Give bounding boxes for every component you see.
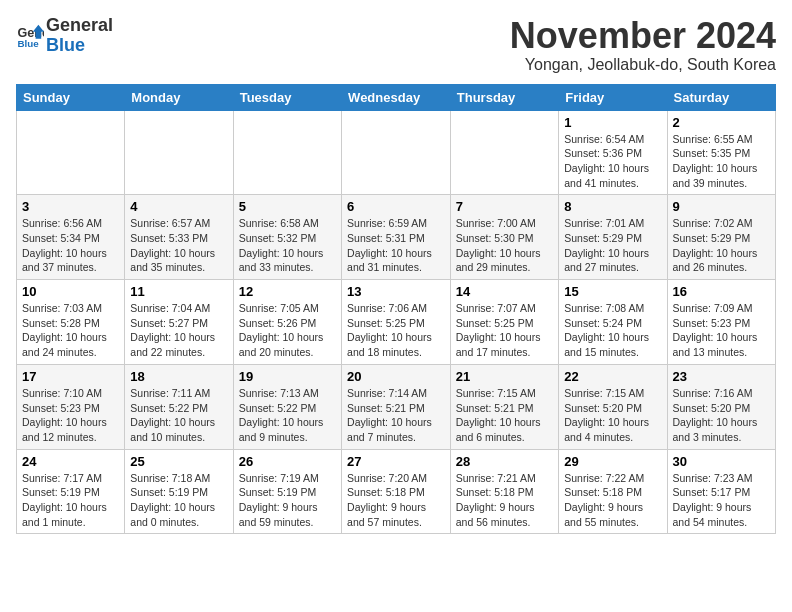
calendar-cell: 22Sunrise: 7:15 AM Sunset: 5:20 PM Dayli… [559, 364, 667, 449]
day-info: Sunrise: 7:05 AM Sunset: 5:26 PM Dayligh… [239, 301, 336, 360]
day-number: 29 [564, 454, 661, 469]
calendar-cell: 9Sunrise: 7:02 AM Sunset: 5:29 PM Daylig… [667, 195, 776, 280]
day-number: 17 [22, 369, 119, 384]
calendar-cell [17, 110, 125, 195]
logo: General Blue General Blue [16, 16, 113, 56]
day-number: 4 [130, 199, 227, 214]
day-number: 5 [239, 199, 336, 214]
day-number: 30 [673, 454, 771, 469]
month-title: November 2024 [510, 16, 776, 56]
calendar-cell: 23Sunrise: 7:16 AM Sunset: 5:20 PM Dayli… [667, 364, 776, 449]
day-info: Sunrise: 7:03 AM Sunset: 5:28 PM Dayligh… [22, 301, 119, 360]
title-area: November 2024 Yongan, Jeollabuk-do, Sout… [510, 16, 776, 74]
calendar-cell [233, 110, 341, 195]
day-info: Sunrise: 6:54 AM Sunset: 5:36 PM Dayligh… [564, 132, 661, 191]
day-info: Sunrise: 7:04 AM Sunset: 5:27 PM Dayligh… [130, 301, 227, 360]
day-info: Sunrise: 7:01 AM Sunset: 5:29 PM Dayligh… [564, 216, 661, 275]
day-number: 21 [456, 369, 553, 384]
calendar-cell: 29Sunrise: 7:22 AM Sunset: 5:18 PM Dayli… [559, 449, 667, 534]
day-number: 16 [673, 284, 771, 299]
calendar-header-row: SundayMondayTuesdayWednesdayThursdayFrid… [17, 84, 776, 110]
calendar-cell: 28Sunrise: 7:21 AM Sunset: 5:18 PM Dayli… [450, 449, 558, 534]
day-info: Sunrise: 7:20 AM Sunset: 5:18 PM Dayligh… [347, 471, 445, 530]
day-info: Sunrise: 7:15 AM Sunset: 5:20 PM Dayligh… [564, 386, 661, 445]
calendar-cell: 25Sunrise: 7:18 AM Sunset: 5:19 PM Dayli… [125, 449, 233, 534]
day-info: Sunrise: 7:09 AM Sunset: 5:23 PM Dayligh… [673, 301, 771, 360]
day-info: Sunrise: 7:06 AM Sunset: 5:25 PM Dayligh… [347, 301, 445, 360]
day-number: 13 [347, 284, 445, 299]
calendar-week-row: 10Sunrise: 7:03 AM Sunset: 5:28 PM Dayli… [17, 280, 776, 365]
day-number: 26 [239, 454, 336, 469]
day-info: Sunrise: 6:56 AM Sunset: 5:34 PM Dayligh… [22, 216, 119, 275]
day-info: Sunrise: 7:23 AM Sunset: 5:17 PM Dayligh… [673, 471, 771, 530]
weekday-header: Friday [559, 84, 667, 110]
calendar-cell: 10Sunrise: 7:03 AM Sunset: 5:28 PM Dayli… [17, 280, 125, 365]
weekday-header: Monday [125, 84, 233, 110]
calendar-cell: 5Sunrise: 6:58 AM Sunset: 5:32 PM Daylig… [233, 195, 341, 280]
day-info: Sunrise: 7:15 AM Sunset: 5:21 PM Dayligh… [456, 386, 553, 445]
day-number: 10 [22, 284, 119, 299]
day-info: Sunrise: 7:02 AM Sunset: 5:29 PM Dayligh… [673, 216, 771, 275]
day-number: 18 [130, 369, 227, 384]
calendar-cell: 30Sunrise: 7:23 AM Sunset: 5:17 PM Dayli… [667, 449, 776, 534]
day-number: 6 [347, 199, 445, 214]
calendar-cell: 16Sunrise: 7:09 AM Sunset: 5:23 PM Dayli… [667, 280, 776, 365]
calendar-cell: 12Sunrise: 7:05 AM Sunset: 5:26 PM Dayli… [233, 280, 341, 365]
day-info: Sunrise: 6:59 AM Sunset: 5:31 PM Dayligh… [347, 216, 445, 275]
calendar-cell [125, 110, 233, 195]
day-info: Sunrise: 7:08 AM Sunset: 5:24 PM Dayligh… [564, 301, 661, 360]
day-number: 2 [673, 115, 771, 130]
day-number: 14 [456, 284, 553, 299]
calendar-week-row: 17Sunrise: 7:10 AM Sunset: 5:23 PM Dayli… [17, 364, 776, 449]
day-info: Sunrise: 7:22 AM Sunset: 5:18 PM Dayligh… [564, 471, 661, 530]
day-number: 27 [347, 454, 445, 469]
day-number: 28 [456, 454, 553, 469]
logo-icon: General Blue [16, 22, 44, 50]
day-info: Sunrise: 6:55 AM Sunset: 5:35 PM Dayligh… [673, 132, 771, 191]
calendar-cell: 21Sunrise: 7:15 AM Sunset: 5:21 PM Dayli… [450, 364, 558, 449]
weekday-header: Sunday [17, 84, 125, 110]
day-number: 23 [673, 369, 771, 384]
weekday-header: Thursday [450, 84, 558, 110]
calendar-cell: 1Sunrise: 6:54 AM Sunset: 5:36 PM Daylig… [559, 110, 667, 195]
day-number: 8 [564, 199, 661, 214]
day-number: 7 [456, 199, 553, 214]
day-info: Sunrise: 7:13 AM Sunset: 5:22 PM Dayligh… [239, 386, 336, 445]
calendar-cell: 6Sunrise: 6:59 AM Sunset: 5:31 PM Daylig… [342, 195, 451, 280]
day-number: 19 [239, 369, 336, 384]
svg-text:Blue: Blue [17, 38, 39, 49]
calendar-cell: 19Sunrise: 7:13 AM Sunset: 5:22 PM Dayli… [233, 364, 341, 449]
calendar-cell: 2Sunrise: 6:55 AM Sunset: 5:35 PM Daylig… [667, 110, 776, 195]
calendar-cell: 20Sunrise: 7:14 AM Sunset: 5:21 PM Dayli… [342, 364, 451, 449]
day-number: 25 [130, 454, 227, 469]
day-info: Sunrise: 7:10 AM Sunset: 5:23 PM Dayligh… [22, 386, 119, 445]
calendar-cell: 3Sunrise: 6:56 AM Sunset: 5:34 PM Daylig… [17, 195, 125, 280]
day-number: 22 [564, 369, 661, 384]
logo-text: General Blue [46, 16, 113, 56]
day-info: Sunrise: 6:57 AM Sunset: 5:33 PM Dayligh… [130, 216, 227, 275]
day-info: Sunrise: 7:07 AM Sunset: 5:25 PM Dayligh… [456, 301, 553, 360]
calendar-cell: 18Sunrise: 7:11 AM Sunset: 5:22 PM Dayli… [125, 364, 233, 449]
calendar-cell: 27Sunrise: 7:20 AM Sunset: 5:18 PM Dayli… [342, 449, 451, 534]
day-number: 12 [239, 284, 336, 299]
weekday-header: Tuesday [233, 84, 341, 110]
page-header: General Blue General Blue November 2024 … [16, 16, 776, 74]
calendar-cell: 24Sunrise: 7:17 AM Sunset: 5:19 PM Dayli… [17, 449, 125, 534]
day-info: Sunrise: 7:16 AM Sunset: 5:20 PM Dayligh… [673, 386, 771, 445]
day-info: Sunrise: 7:19 AM Sunset: 5:19 PM Dayligh… [239, 471, 336, 530]
day-number: 11 [130, 284, 227, 299]
weekday-header: Saturday [667, 84, 776, 110]
day-number: 9 [673, 199, 771, 214]
calendar-table: SundayMondayTuesdayWednesdayThursdayFrid… [16, 84, 776, 535]
day-info: Sunrise: 7:17 AM Sunset: 5:19 PM Dayligh… [22, 471, 119, 530]
calendar-cell: 11Sunrise: 7:04 AM Sunset: 5:27 PM Dayli… [125, 280, 233, 365]
weekday-header: Wednesday [342, 84, 451, 110]
calendar-week-row: 1Sunrise: 6:54 AM Sunset: 5:36 PM Daylig… [17, 110, 776, 195]
calendar-cell [342, 110, 451, 195]
location-title: Yongan, Jeollabuk-do, South Korea [510, 56, 776, 74]
calendar-week-row: 24Sunrise: 7:17 AM Sunset: 5:19 PM Dayli… [17, 449, 776, 534]
day-number: 20 [347, 369, 445, 384]
calendar-cell: 13Sunrise: 7:06 AM Sunset: 5:25 PM Dayli… [342, 280, 451, 365]
day-info: Sunrise: 7:21 AM Sunset: 5:18 PM Dayligh… [456, 471, 553, 530]
calendar-cell [450, 110, 558, 195]
